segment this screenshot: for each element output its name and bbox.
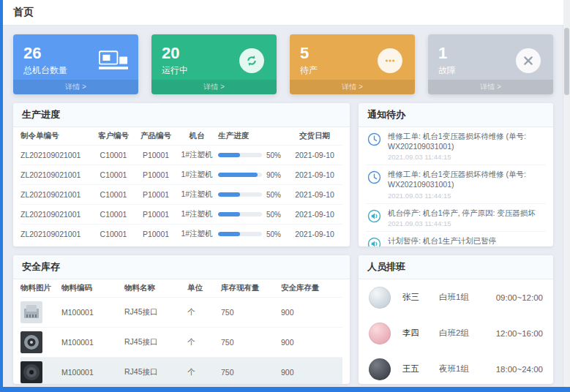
progress-cell: 50% <box>218 230 290 238</box>
stat-value: 26 <box>23 45 67 62</box>
product-cell: P10001 <box>136 210 179 219</box>
inventory-panel: 安全库存 物料图片 物料编码 物料名称 单位 库存现有量 安全库存量 <box>13 255 350 384</box>
code-cell: M100001 <box>61 368 124 377</box>
stat-card-total-machines[interactable]: 26 总机台数量 详情 > <box>13 34 138 94</box>
shift-time: 18:00~24:00 <box>496 365 543 374</box>
customer-cell: C10001 <box>94 151 136 159</box>
unit-cell: 个 <box>187 367 221 377</box>
name-cell: RJ45接口 <box>124 367 187 377</box>
safety-cell: 900 <box>281 308 342 317</box>
col-header: 物料名称 <box>124 283 187 293</box>
shift-time: 09:00~12:00 <box>496 293 543 302</box>
scrollbar[interactable] <box>563 0 570 387</box>
table-row: M100001 RJ45接口 个 750 900 <box>20 328 342 358</box>
notice-time: 2021.09.03 11:44:15 <box>388 192 544 200</box>
qty-cell: 750 <box>221 308 281 317</box>
avatar <box>369 323 391 344</box>
customer-cell: C10001 <box>94 190 136 199</box>
progress-track <box>218 232 262 236</box>
panel-title: 生产进度 <box>13 103 350 127</box>
notice-text: 机台停产: 机台1停产, 停产原因: 变压器损坏 <box>388 208 536 219</box>
notice-text: 维修工单: 机台1变压器损坏待维修 (单号: WX202109031001) <box>388 170 544 189</box>
date-cell: 2021-09-10 <box>290 190 342 199</box>
shift-time: 12:00~16:00 <box>496 329 543 338</box>
stat-label: 故障 <box>438 64 456 77</box>
order-cell: ZL202109021001 <box>20 190 94 199</box>
progress-track <box>218 153 262 157</box>
person-name: 李四 <box>402 328 439 339</box>
panel-grid: 生产进度 制令单编号 客户编号 产品编号 机台 生产进度 交货日期 ZL2021… <box>13 103 553 384</box>
detail-link[interactable]: 详情 > <box>13 80 138 94</box>
qty-cell: 750 <box>221 368 281 377</box>
detail-link[interactable]: 详情 > <box>428 80 553 94</box>
machine-cell: 1#注塑机 <box>179 150 218 160</box>
col-header: 物料图片 <box>20 283 61 293</box>
machine-cell: 1#注塑机 <box>179 189 218 200</box>
table-row: ZL202109021001 C10001 P10001 1#注塑机 50% 2… <box>20 225 342 244</box>
date-cell: 2021-09-10 <box>290 170 342 179</box>
shift-label: 白班1组 <box>439 292 496 303</box>
dashboard-body: 26 总机台数量 详情 > <box>3 26 563 387</box>
notice-item[interactable]: 维修工单: 机台1变压器损坏待维修 (单号: WX202109031001) 2… <box>366 127 546 165</box>
scrollbar-thumb[interactable] <box>564 28 569 95</box>
notice-item[interactable]: 计划暂停: 机台1生产计划已暂停 2021.09.03 11:44:15 <box>366 232 546 246</box>
machine-cell: 1#注塑机 <box>179 170 218 180</box>
progress-percent: 50% <box>266 230 281 238</box>
progress-track <box>218 192 262 197</box>
person-name: 王五 <box>402 363 439 374</box>
clock-icon <box>367 170 382 199</box>
safety-cell: 900 <box>281 338 342 347</box>
stat-card-fault[interactable]: 1 故障 详情 > <box>428 34 553 94</box>
col-header: 生产进度 <box>218 131 290 141</box>
progress-cell: 50% <box>218 191 290 199</box>
col-header: 交货日期 <box>290 131 342 141</box>
machine-icon <box>99 46 128 75</box>
running-icon <box>237 46 266 75</box>
stat-label: 待产 <box>300 64 318 77</box>
code-cell: M100001 <box>61 338 124 347</box>
stat-label: 运行中 <box>162 64 188 77</box>
stat-value: 20 <box>162 45 188 62</box>
progress-fill <box>218 153 240 157</box>
product-cell: P10001 <box>136 151 179 159</box>
notice-text: 计划暂停: 机台1生产计划已暂停 <box>388 236 496 246</box>
notice-item[interactable]: 维修工单: 机台1变压器损坏待维修 (单号: WX202109031001) 2… <box>366 165 546 203</box>
table-header-row: 制令单编号 客户编号 产品编号 机台 生产进度 交货日期 <box>20 127 342 146</box>
customer-cell: C10001 <box>94 170 136 179</box>
notice-item[interactable]: 机台停产: 机台1停产, 停产原因: 变压器损坏 2021.09.03 11:4… <box>366 204 546 233</box>
progress-cell: 50% <box>218 211 290 219</box>
panel-title: 人员排班 <box>359 255 553 279</box>
customer-cell: C10001 <box>94 230 136 238</box>
speaker-icon <box>367 236 382 246</box>
table-row: ZL202109021001 C10001 P10001 1#注塑机 50% 2… <box>20 185 342 205</box>
avatar <box>369 287 391 309</box>
machine-cell: 1#注塑机 <box>179 209 218 219</box>
progress-fill <box>218 192 240 197</box>
avatar <box>369 358 391 380</box>
code-cell: M100001 <box>61 308 124 317</box>
col-header: 库存现有量 <box>221 283 281 293</box>
stat-card-running[interactable]: 20 运行中 <box>151 34 277 94</box>
progress-fill <box>218 232 240 236</box>
progress-fill <box>218 212 240 216</box>
table-row: ZL202109021001 C10001 P10001 1#注塑机 90% 2… <box>20 165 342 185</box>
person-name: 张三 <box>402 292 439 303</box>
notice-time: 2021.09.03 11:44:15 <box>388 219 536 227</box>
order-cell: ZL202109021001 <box>20 151 94 159</box>
progress-percent: 50% <box>266 211 281 219</box>
col-header: 制令单编号 <box>20 131 94 141</box>
table-row: M100001 RJ45接口 个 750 900 <box>20 298 342 328</box>
detail-link[interactable]: 详情 > <box>151 80 277 94</box>
progress-cell: 50% <box>218 151 290 159</box>
table-row: M100001 RJ45接口 个 750 900 <box>20 358 342 384</box>
stat-card-waiting[interactable]: 5 待产 <box>290 34 415 94</box>
order-cell: ZL202109021001 <box>20 170 94 179</box>
shift-label: 白班2组 <box>439 328 496 339</box>
progress-fill <box>218 173 258 177</box>
bottom-edge-strip <box>0 387 570 392</box>
detail-link[interactable]: 详情 > <box>290 80 415 94</box>
schedule-row: 张三 白班1组 09:00~12:00 <box>366 279 546 315</box>
notice-text: 维修工单: 机台1变压器损坏待维修 (单号: WX202109031001) <box>388 132 544 151</box>
stat-cards: 26 总机台数量 详情 > <box>13 34 553 94</box>
qty-cell: 750 <box>221 338 281 347</box>
